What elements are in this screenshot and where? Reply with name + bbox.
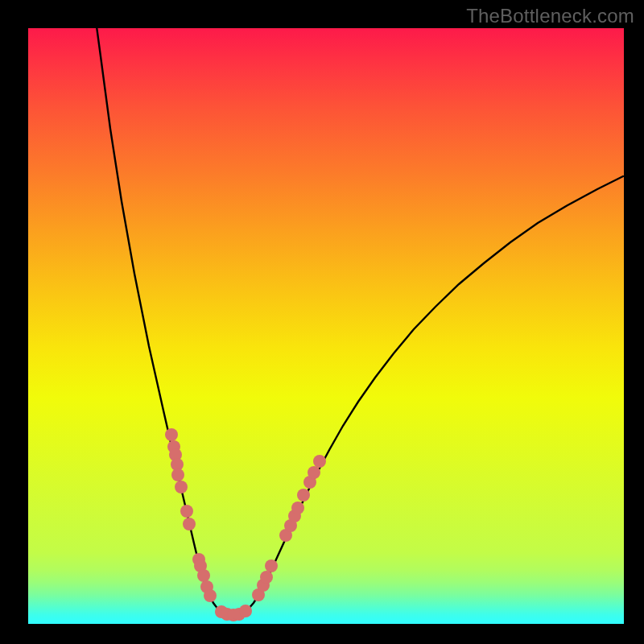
marker-dot — [297, 489, 310, 502]
curve-svg — [28, 28, 624, 624]
marker-dot — [313, 455, 326, 468]
marker-dot — [165, 428, 178, 441]
marker-dot — [197, 569, 210, 582]
marker-dot — [291, 502, 304, 514]
marker-dot — [180, 505, 193, 518]
plot-area — [28, 28, 624, 624]
marker-dot — [171, 469, 184, 481]
watermark-text: TheBottleneck.com — [466, 5, 634, 27]
marker-dot — [239, 605, 252, 617]
marker-dot — [260, 571, 273, 584]
chart-frame: TheBottleneck.com — [0, 0, 644, 644]
marker-dot — [175, 481, 188, 493]
marker-dots — [165, 428, 326, 621]
marker-dot — [308, 466, 320, 479]
marker-dot — [204, 589, 217, 602]
curve-right-branch — [228, 176, 623, 615]
marker-dot — [265, 559, 278, 572]
curve-paths — [97, 28, 623, 615]
curve-left-branch — [97, 28, 228, 615]
marker-dot — [183, 518, 196, 530]
